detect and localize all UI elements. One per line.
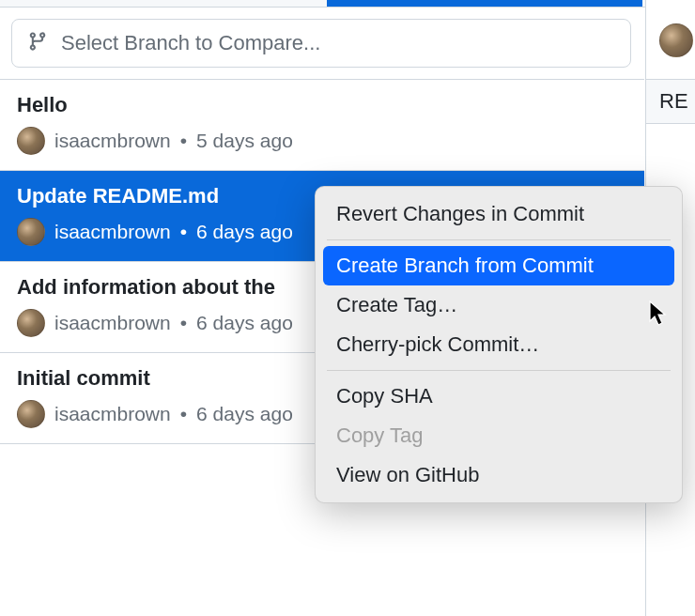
commit-author: isaacmbrown — [54, 312, 171, 334]
commit-author: isaacmbrown — [54, 403, 171, 425]
commit-item[interactable]: Hello isaacmbrown • 5 days ago — [0, 80, 644, 171]
commit-time: 6 days ago — [196, 221, 293, 243]
commit-time: 5 days ago — [196, 130, 293, 152]
menu-item-view-github[interactable]: View on GitHub — [323, 455, 674, 495]
avatar — [17, 218, 45, 246]
commit-time: 6 days ago — [196, 312, 293, 334]
commit-meta: isaacmbrown • 5 days ago — [17, 127, 627, 155]
menu-item-create-tag[interactable]: Create Tag… — [323, 285, 674, 325]
context-menu: Revert Changes in Commit Create Branch f… — [315, 186, 683, 503]
git-branch-icon — [27, 31, 48, 55]
menu-divider — [327, 370, 671, 371]
menu-item-copy-sha[interactable]: Copy SHA — [323, 377, 674, 416]
separator-dot: • — [180, 221, 187, 243]
avatar — [17, 309, 45, 337]
menu-item-copy-tag: Copy Tag — [323, 416, 674, 455]
menu-item-cherry-pick[interactable]: Cherry-pick Commit… — [323, 325, 674, 364]
avatar — [17, 400, 45, 428]
top-bar — [0, 0, 695, 8]
branch-placeholder: Select Branch to Compare... — [61, 31, 320, 55]
avatar — [659, 23, 693, 57]
commit-author: isaacmbrown — [54, 221, 171, 243]
commit-title: Hello — [17, 93, 627, 117]
separator-dot: • — [180, 312, 187, 334]
separator-dot: • — [180, 130, 187, 152]
menu-divider — [327, 239, 671, 240]
separator-dot: • — [180, 403, 187, 425]
menu-item-create-branch[interactable]: Create Branch from Commit — [323, 246, 674, 285]
active-tab-indicator — [327, 0, 642, 7]
commit-time: 6 days ago — [196, 403, 293, 425]
branch-compare-selector[interactable]: Select Branch to Compare... — [11, 19, 631, 68]
avatar — [17, 127, 45, 155]
commit-author: isaacmbrown — [54, 130, 171, 152]
readme-label: RE — [646, 79, 695, 124]
menu-item-revert-changes[interactable]: Revert Changes in Commit — [323, 194, 674, 234]
